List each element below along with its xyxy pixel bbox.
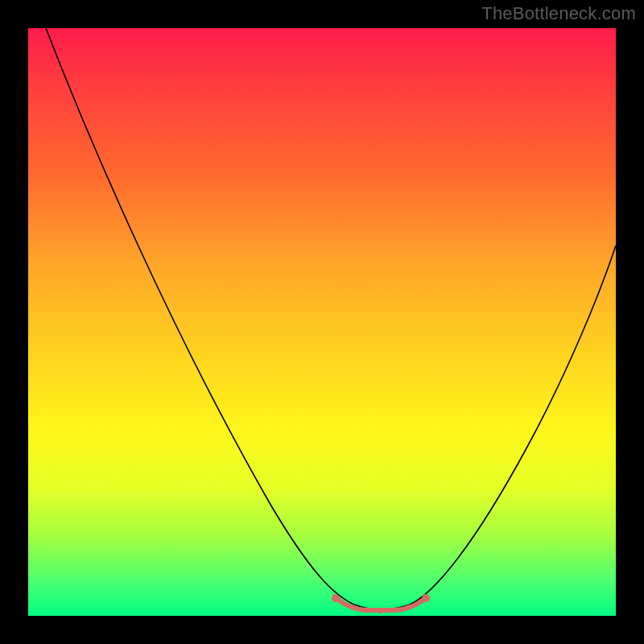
bottleneck-curve <box>46 28 616 609</box>
chart-frame: TheBottleneck.com <box>0 0 644 644</box>
trough-bead <box>364 608 369 613</box>
trough-right-dot <box>422 594 430 602</box>
curve-svg <box>28 28 616 616</box>
trough-bead <box>378 609 383 613</box>
trough-bead <box>406 605 411 610</box>
plot-area <box>28 28 616 616</box>
trough-left-dot <box>332 594 340 602</box>
trough-bead <box>393 608 398 613</box>
trough-highlight <box>336 598 426 610</box>
watermark-text: TheBottleneck.com <box>481 3 636 24</box>
trough-bead <box>352 605 357 610</box>
